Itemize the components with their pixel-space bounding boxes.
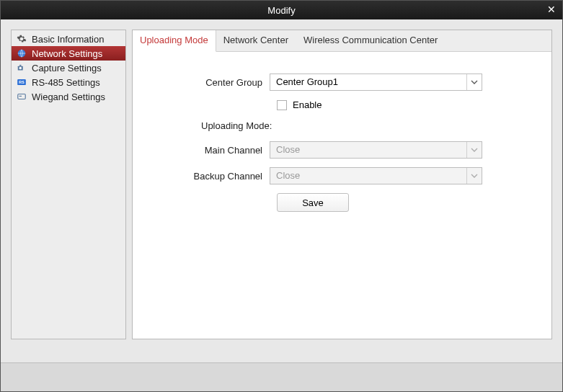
tab-network-center[interactable]: Network Center — [216, 30, 296, 52]
chevron-down-icon — [467, 142, 482, 158]
sidebar-item-label: Capture Settings — [32, 63, 102, 74]
save-button[interactable]: Save — [277, 193, 349, 212]
backup-channel-label: Backup Channel — [147, 171, 270, 182]
svg-rect-3 — [19, 65, 21, 66]
tab-uploading-mode[interactable]: Uploading Mode — [133, 30, 216, 52]
card-icon — [16, 91, 27, 102]
close-button[interactable]: ✕ — [545, 3, 558, 16]
tabs: Uploading Mode Network Center Wireless C… — [133, 30, 551, 52]
main-panel: Uploading Mode Network Center Wireless C… — [132, 30, 552, 339]
modify-dialog: Modify ✕ Basic Information Network Setti… — [0, 0, 563, 392]
sidebar-item-label: RS-485 Settings — [32, 77, 100, 88]
row-backup-channel: Backup Channel Close — [147, 167, 537, 184]
form: Center Group Center Group1 Enable Upload… — [133, 52, 551, 226]
sidebar-item-label: Basic Information — [32, 34, 104, 45]
titlebar: Modify ✕ — [1, 1, 562, 19]
sidebar-item-basic-information[interactable]: Basic Information — [12, 32, 125, 46]
enable-label: Enable — [293, 99, 322, 110]
row-center-group: Center Group Center Group1 — [147, 74, 537, 91]
sidebar-item-label: Network Settings — [32, 48, 102, 59]
sidebar-item-capture-settings[interactable]: Capture Settings — [12, 61, 125, 75]
globe-icon — [16, 48, 27, 59]
center-group-label: Center Group — [147, 77, 270, 88]
uploading-mode-label: Uploading Mode: — [201, 120, 537, 131]
backup-channel-select[interactable]: Close — [270, 167, 482, 184]
tab-label: Network Center — [223, 35, 288, 45]
footer — [1, 362, 562, 391]
row-main-channel: Main Channel Close — [147, 141, 537, 159]
tab-label: Wireless Communication Center — [303, 35, 438, 45]
sidebar-item-network-settings[interactable]: Network Settings — [12, 46, 125, 61]
enable-checkbox[interactable] — [277, 100, 287, 110]
sidebar-item-wiegand-settings[interactable]: Wiegand Settings — [12, 89, 125, 104]
chevron-down-icon — [467, 74, 482, 90]
main-channel-select[interactable]: Close — [270, 141, 482, 159]
rs-icon: RS — [16, 76, 27, 88]
chevron-down-icon — [467, 168, 482, 184]
svg-rect-7 — [19, 96, 22, 97]
save-button-label: Save — [302, 197, 324, 208]
main-channel-label: Main Channel — [147, 145, 270, 156]
row-enable: Enable — [277, 99, 537, 110]
center-group-select[interactable]: Center Group1 — [270, 74, 482, 91]
center-group-value: Center Group1 — [270, 74, 467, 90]
main-channel-value: Close — [270, 142, 467, 158]
window-title: Modify — [267, 5, 295, 16]
camera-icon — [16, 62, 27, 74]
svg-text:RS: RS — [19, 80, 25, 84]
body: Basic Information Network Settings Captu… — [1, 19, 562, 362]
tab-wireless-communication-center[interactable]: Wireless Communication Center — [296, 30, 445, 52]
tab-label: Uploading Mode — [140, 35, 208, 45]
backup-channel-value: Close — [270, 168, 467, 184]
gear-icon — [16, 33, 27, 45]
svg-point-2 — [19, 67, 22, 70]
sidebar-item-rs485-settings[interactable]: RS RS-485 Settings — [12, 75, 125, 89]
sidebar-item-label: Wiegand Settings — [32, 92, 105, 102]
sidebar: Basic Information Network Settings Captu… — [11, 30, 126, 339]
